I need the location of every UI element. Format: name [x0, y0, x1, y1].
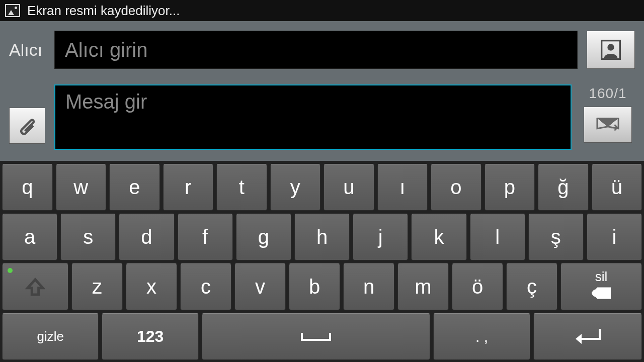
screenshot-saving-icon: [5, 4, 20, 17]
key-l[interactable]: l: [470, 214, 525, 260]
key-f[interactable]: f: [178, 214, 233, 260]
recipient-label: Alıcı: [9, 40, 45, 60]
keyboard-row-2: a s d f g h j k l ş i: [2, 214, 642, 260]
space-key[interactable]: [202, 313, 430, 360]
backspace-key[interactable]: sil: [560, 263, 642, 310]
key-s[interactable]: s: [60, 214, 116, 260]
key-d[interactable]: d: [119, 214, 174, 260]
paperclip-icon: [18, 117, 36, 135]
add-contact-button[interactable]: [587, 31, 635, 69]
shift-key[interactable]: [2, 263, 68, 310]
key-u-diaeresis[interactable]: ü: [592, 164, 642, 211]
numbers-key[interactable]: 123: [102, 313, 198, 360]
key-y[interactable]: y: [270, 164, 321, 211]
key-g-breve[interactable]: ğ: [538, 164, 589, 211]
key-k[interactable]: k: [411, 214, 466, 260]
recipient-row: Alıcı Alıcı girin: [9, 28, 635, 71]
key-z[interactable]: z: [71, 263, 123, 310]
key-a[interactable]: a: [2, 214, 57, 260]
compose-area: Alıcı Alıcı girin Mesaj gir 160/1: [0, 21, 644, 161]
key-h[interactable]: h: [294, 214, 350, 260]
key-g[interactable]: g: [236, 214, 291, 260]
keyboard-row-1: q w e r t y u ı o p ğ ü: [2, 164, 642, 211]
status-text: Ekran resmi kaydediliyor...: [27, 3, 180, 19]
backspace-label: sil: [595, 269, 608, 285]
key-i[interactable]: i: [587, 214, 642, 260]
shift-indicator-icon: [8, 268, 13, 273]
backspace-icon: [592, 287, 611, 300]
message-row: Mesaj gir 160/1: [9, 84, 635, 155]
attach-button[interactable]: [9, 108, 45, 144]
send-icon: [596, 116, 619, 133]
key-e[interactable]: e: [109, 164, 160, 211]
key-s-cedilla[interactable]: ş: [528, 214, 584, 260]
svg-point-1: [607, 44, 614, 50]
key-u[interactable]: u: [324, 164, 374, 211]
key-dotless-i[interactable]: ı: [377, 164, 428, 211]
message-input[interactable]: Mesaj gir: [54, 84, 572, 150]
recipient-input[interactable]: Alıcı girin: [54, 31, 578, 69]
keyboard-row-3: z x c v b n m ö ç sil: [2, 263, 642, 310]
char-counter: 160/1: [589, 85, 626, 102]
key-r[interactable]: r: [163, 164, 214, 211]
space-icon: [301, 331, 331, 342]
key-n[interactable]: n: [343, 263, 394, 310]
key-c-cedilla[interactable]: ç: [506, 263, 557, 310]
contact-icon: [601, 40, 621, 60]
key-t[interactable]: t: [216, 164, 267, 211]
keyboard-row-4: gizle 123 . ,: [2, 313, 642, 360]
recipient-placeholder: Alıcı girin: [65, 39, 148, 61]
key-o[interactable]: o: [431, 164, 481, 211]
send-button[interactable]: [584, 107, 632, 143]
hide-keyboard-key[interactable]: gizle: [2, 313, 99, 360]
key-x[interactable]: x: [126, 263, 177, 310]
key-w[interactable]: w: [56, 164, 107, 211]
shift-arrow-icon: [25, 277, 45, 297]
punctuation-key[interactable]: . ,: [433, 313, 530, 360]
key-m[interactable]: m: [397, 263, 449, 310]
key-j[interactable]: j: [353, 214, 408, 260]
enter-icon: [575, 328, 601, 346]
key-v[interactable]: v: [234, 263, 286, 310]
send-column: 160/1: [581, 84, 635, 143]
key-b[interactable]: b: [289, 263, 340, 310]
key-q[interactable]: q: [2, 164, 53, 211]
enter-key[interactable]: [533, 313, 642, 360]
soft-keyboard: q w e r t y u ı o p ğ ü a s d f g h j k …: [0, 161, 644, 362]
message-placeholder: Mesaj gir: [65, 90, 147, 113]
status-bar: Ekran resmi kaydediliyor...: [0, 0, 644, 21]
key-c[interactable]: c: [180, 263, 231, 310]
key-o-diaeresis[interactable]: ö: [452, 263, 503, 310]
key-p[interactable]: p: [485, 164, 535, 211]
